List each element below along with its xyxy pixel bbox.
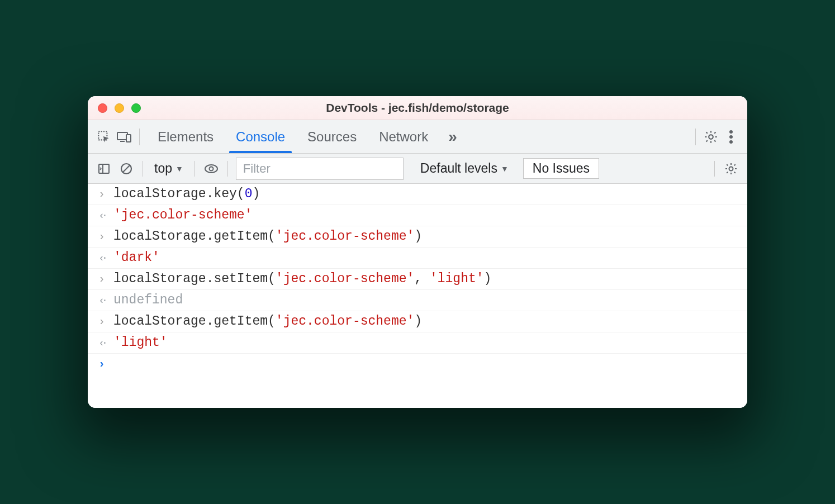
console-settings-icon[interactable] xyxy=(723,160,739,177)
divider xyxy=(194,161,195,177)
chevron-down-icon: ▼ xyxy=(175,164,183,173)
titlebar: DevTools - jec.fish/demo/storage xyxy=(88,96,747,120)
svg-point-6 xyxy=(729,135,733,139)
console-input[interactable] xyxy=(113,358,121,370)
console-prompt-row[interactable]: › xyxy=(88,354,747,374)
output-return-icon xyxy=(96,294,108,307)
divider xyxy=(139,129,140,145)
console-text: localStorage.getItem('jec.color-scheme') xyxy=(113,315,422,328)
input-chevron-icon: › xyxy=(96,230,108,243)
window-title: DevTools - jec.fish/demo/storage xyxy=(88,101,747,115)
input-chevron-icon: › xyxy=(96,315,108,328)
console-output: ›localStorage.key(0)'jec.color-scheme'›l… xyxy=(88,184,747,374)
minimize-window-button[interactable] xyxy=(115,103,124,113)
maximize-window-button[interactable] xyxy=(131,103,141,113)
more-tabs-button[interactable]: » xyxy=(443,128,463,146)
console-input-row: ›localStorage.getItem('jec.color-scheme'… xyxy=(88,311,747,332)
tab-network[interactable]: Network xyxy=(368,121,439,153)
svg-point-5 xyxy=(729,130,733,134)
console-output-row: undefined xyxy=(88,290,747,311)
console-output-row: 'light' xyxy=(88,332,747,354)
execution-context-select[interactable]: top ▼ xyxy=(151,161,187,176)
output-return-icon xyxy=(96,336,108,349)
tab-sources[interactable]: Sources xyxy=(296,121,368,153)
kebab-menu-icon[interactable] xyxy=(723,129,739,145)
context-label: top xyxy=(154,161,172,176)
console-output-row: 'dark' xyxy=(88,248,747,269)
divider xyxy=(227,161,228,177)
svg-point-7 xyxy=(729,140,733,144)
svg-rect-3 xyxy=(126,135,131,142)
device-toolbar-icon[interactable] xyxy=(116,129,132,145)
prompt-chevron-icon: › xyxy=(96,358,108,370)
console-text: localStorage.getItem('jec.color-scheme') xyxy=(113,230,422,243)
divider xyxy=(695,129,696,145)
devtools-window: DevTools - jec.fish/demo/storage Element… xyxy=(88,96,747,408)
console-text: localStorage.setItem('jec.color-scheme',… xyxy=(113,273,491,286)
window-controls xyxy=(98,103,141,113)
console-text: undefined xyxy=(113,294,183,307)
clear-console-icon[interactable] xyxy=(118,160,135,177)
console-input-row: ›localStorage.getItem('jec.color-scheme'… xyxy=(88,226,747,248)
console-text: 'dark' xyxy=(113,251,160,264)
filter-input[interactable] xyxy=(236,158,404,180)
close-window-button[interactable] xyxy=(98,103,107,113)
main-tabs: ElementsConsoleSourcesNetwork » xyxy=(88,120,747,154)
output-return-icon xyxy=(96,251,108,264)
log-levels-select[interactable]: Default levels ▼ xyxy=(420,161,509,176)
live-expression-icon[interactable] xyxy=(203,160,220,177)
svg-point-14 xyxy=(729,167,733,170)
input-chevron-icon: › xyxy=(96,188,108,201)
output-return-icon xyxy=(96,209,108,222)
tab-elements[interactable]: Elements xyxy=(146,121,225,153)
svg-point-12 xyxy=(205,165,217,173)
console-text: localStorage.key(0) xyxy=(113,188,260,201)
svg-rect-8 xyxy=(99,164,109,173)
divider xyxy=(714,161,715,177)
issues-button[interactable]: No Issues xyxy=(523,158,599,179)
divider xyxy=(143,161,143,177)
console-input-row: ›localStorage.key(0) xyxy=(88,184,747,205)
tab-console[interactable]: Console xyxy=(225,121,296,153)
input-chevron-icon: › xyxy=(96,273,108,286)
console-toolbar: top ▼ Default levels ▼ No Issues xyxy=(88,154,747,184)
console-text: 'light' xyxy=(113,336,168,349)
console-text: 'jec.color-scheme' xyxy=(113,209,252,222)
inspect-icon[interactable] xyxy=(96,129,112,145)
console-output-row: 'jec.color-scheme' xyxy=(88,205,747,226)
svg-line-11 xyxy=(123,165,130,172)
levels-label: Default levels xyxy=(420,161,497,176)
toggle-sidebar-icon[interactable] xyxy=(96,160,112,177)
console-input-row: ›localStorage.setItem('jec.color-scheme'… xyxy=(88,269,747,290)
svg-point-13 xyxy=(209,167,213,170)
settings-icon[interactable] xyxy=(703,129,719,145)
chevron-down-icon: ▼ xyxy=(501,164,509,173)
svg-point-4 xyxy=(709,135,713,139)
